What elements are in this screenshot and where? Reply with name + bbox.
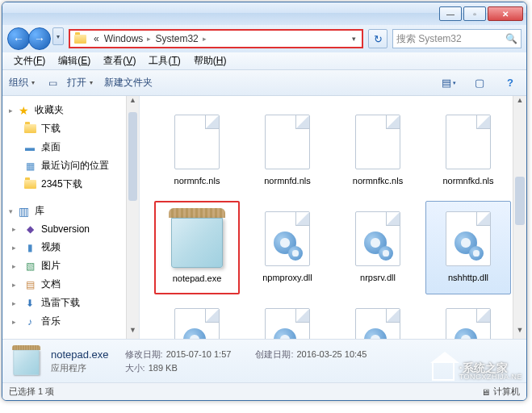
menu-view[interactable]: 查看(V) <box>97 52 142 69</box>
modified-label: 修改日期: <box>125 349 163 359</box>
file-label: nrpsrv.dll <box>360 273 396 283</box>
expand-icon: ▸ <box>12 318 20 326</box>
scroll-up-icon[interactable]: ▲ <box>513 96 526 109</box>
help-button[interactable]: ? <box>501 74 520 92</box>
file-tile[interactable] <box>154 298 240 339</box>
sidebar-scrollbar[interactable]: ▲ ▼ <box>126 96 139 339</box>
watermark-title: ·系统之家 <box>459 362 522 373</box>
file-tile[interactable]: normnfd.nls <box>245 104 330 198</box>
refresh-button[interactable]: ↻ <box>368 29 387 48</box>
doc-icon <box>436 110 501 174</box>
preview-pane-button[interactable]: ▢ <box>470 74 489 92</box>
organize-button[interactable]: 组织 ▾ <box>9 76 35 90</box>
file-label: npmproxy.dll <box>262 273 312 283</box>
sidebar-item-desktop[interactable]: ▬桌面 <box>2 138 139 156</box>
sidebar-item-documents[interactable]: ▸▤文档 <box>2 275 139 294</box>
file-label: normnfd.nls <box>264 176 310 186</box>
address-bar[interactable]: « Windows ▸ System32 ▸ ▾ <box>69 29 363 48</box>
new-folder-button[interactable]: 新建文件夹 <box>104 76 153 90</box>
watermark-subtitle: TONGXZHIJA.NE <box>459 373 522 381</box>
libraries-label: 库 <box>35 204 44 218</box>
modified-value: 2015-07-10 1:57 <box>166 349 232 359</box>
sidebar-item-pictures[interactable]: ▸▧图片 <box>2 257 139 275</box>
doc-icon <box>255 110 320 174</box>
file-tile[interactable]: normnfkc.nls <box>335 104 421 198</box>
breadcrumb[interactable]: System32 <box>153 33 200 44</box>
navigation-bar: ← → ▾ « Windows ▸ System32 ▸ ▾ ↻ 搜索 Syst… <box>2 25 526 52</box>
music-icon: ♪ <box>23 315 36 328</box>
dll-icon <box>165 303 229 339</box>
sidebar-item-2345[interactable]: 2345下载 <box>2 175 139 194</box>
file-tile[interactable] <box>425 298 511 339</box>
breadcrumb-separator: ▸ <box>201 35 208 43</box>
library-icon: ▥ <box>17 205 30 218</box>
main-area: ▸ ★ 收藏夹 下载 ▬桌面 ▦最近访问的位置 2345下载 ▾ ▥ 库 ▸◆S… <box>2 96 526 339</box>
menu-tools[interactable]: 工具(T) <box>142 52 186 69</box>
expand-icon: ▸ <box>12 262 20 270</box>
scroll-thumb[interactable] <box>128 112 137 201</box>
file-tile[interactable] <box>335 298 421 339</box>
details-filename: notepad.exe <box>51 348 109 361</box>
sidebar-item-subversion[interactable]: ▸◆Subversion <box>2 220 139 238</box>
breadcrumb[interactable]: Windows <box>102 33 146 44</box>
close-button[interactable]: ✕ <box>488 6 523 21</box>
file-tile[interactable] <box>245 298 330 339</box>
sidebar-item-xunlei[interactable]: ▸⬇迅雷下载 <box>2 294 139 312</box>
scroll-up-icon[interactable]: ▲ <box>127 96 139 109</box>
minimize-button[interactable]: — <box>439 6 462 21</box>
open-button[interactable]: ▭打开 ▾ <box>46 76 93 90</box>
created-label: 创建日期: <box>255 349 293 359</box>
libraries-header[interactable]: ▾ ▥ 库 <box>2 202 139 220</box>
nav-buttons: ← → ▾ <box>7 27 64 50</box>
doc-icon <box>346 110 410 174</box>
menu-help[interactable]: 帮助(H) <box>187 52 233 69</box>
xunlei-icon: ⬇ <box>23 297 36 310</box>
file-list: normnfc.nlsnormnfd.nlsnormnfkc.nlsnormnf… <box>140 96 526 339</box>
sidebar-item-videos[interactable]: ▸▮视频 <box>2 238 139 257</box>
forward-button[interactable]: → <box>28 27 51 50</box>
recent-icon: ▦ <box>23 160 36 173</box>
file-tile[interactable]: normnfkd.nls <box>425 104 511 198</box>
picture-icon: ▧ <box>23 260 36 273</box>
sidebar-item-music[interactable]: ▸♪音乐 <box>2 312 139 331</box>
folder-icon <box>23 123 36 136</box>
scroll-thumb[interactable] <box>515 177 525 225</box>
menu-edit[interactable]: 编辑(E) <box>52 52 97 69</box>
svn-icon: ◆ <box>23 223 36 236</box>
search-placeholder: 搜索 System32 <box>396 32 462 46</box>
sidebar-item-downloads[interactable]: 下载 <box>2 119 139 138</box>
view-options-button[interactable]: ▤▾ <box>439 74 459 92</box>
dll-icon <box>346 206 410 271</box>
file-label: normnfc.nls <box>174 176 220 186</box>
file-tile[interactable]: nshhttp.dll <box>425 201 511 294</box>
libraries-group: ▾ ▥ 库 ▸◆Subversion ▸▮视频 ▸▧图片 ▸▤文档 ▸⬇迅雷下载… <box>2 202 139 331</box>
sidebar-item-recent[interactable]: ▦最近访问的位置 <box>2 156 139 175</box>
expand-icon: ▾ <box>9 207 17 215</box>
folder-icon <box>73 32 86 45</box>
scroll-down-icon[interactable]: ▼ <box>127 326 139 339</box>
command-bar: 组织 ▾ ▭打开 ▾ 新建文件夹 ▤▾ ▢ ? <box>2 70 526 96</box>
desktop-icon: ▬ <box>23 141 36 154</box>
document-icon: ▤ <box>23 278 36 291</box>
file-label: nshhttp.dll <box>448 273 488 283</box>
expand-icon: ▸ <box>12 244 20 252</box>
favorites-group: ▸ ★ 收藏夹 下载 ▬桌面 ▦最近访问的位置 2345下载 <box>2 101 139 194</box>
file-tile[interactable]: npmproxy.dll <box>245 201 330 294</box>
scroll-down-icon[interactable]: ▼ <box>513 326 526 339</box>
menu-file[interactable]: 文件(F) <box>7 52 52 69</box>
file-tile[interactable]: normnfc.nls <box>154 104 240 198</box>
dll-icon <box>255 206 320 271</box>
file-label: normnfkd.nls <box>443 176 494 186</box>
address-dropdown[interactable]: ▾ <box>350 35 358 43</box>
search-input[interactable]: 搜索 System32 🔍 <box>392 29 522 48</box>
maximize-button[interactable]: ▫ <box>463 6 486 21</box>
star-icon: ★ <box>17 104 30 117</box>
file-tile[interactable]: notepad.exe <box>154 201 240 294</box>
size-value: 189 KB <box>149 363 178 373</box>
content-scrollbar[interactable]: ▲ ▼ <box>513 96 526 339</box>
favorites-header[interactable]: ▸ ★ 收藏夹 <box>2 101 139 119</box>
back-button[interactable]: ← <box>7 27 30 50</box>
file-tile[interactable]: nrpsrv.dll <box>335 201 421 294</box>
nav-history-dropdown[interactable]: ▾ <box>52 27 64 45</box>
details-metadata: 修改日期:2015-07-10 1:57 创建日期:2016-03-25 10:… <box>125 348 367 374</box>
